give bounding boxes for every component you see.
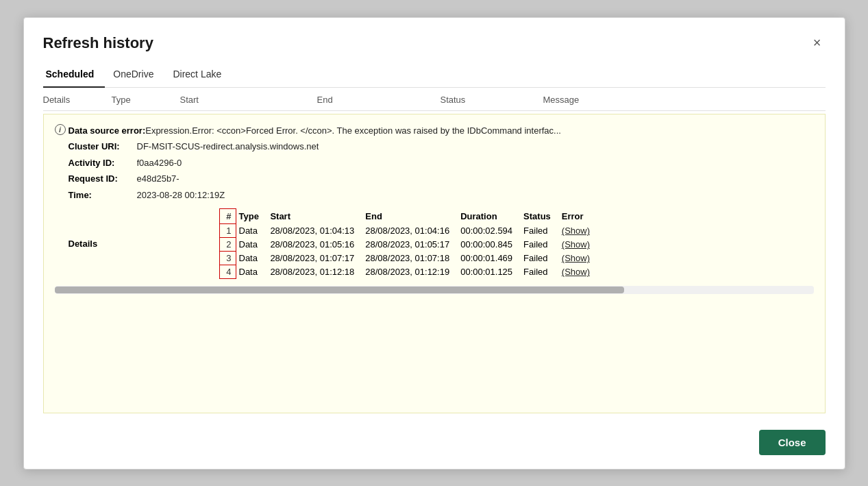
activity-id-row: Activity ID: f0aa4296-0 [55,156,814,170]
row-num: 1 [219,224,236,238]
cluster-uri-value: DF-MSIT-SCUS-redirect.analysis.windows.n… [137,140,319,154]
sub-table-row: 1 Data 28/08/2023, 01:04:13 28/08/2023, … [219,224,598,238]
info-icon: i [55,124,66,135]
data-source-error-label: i Data source error: [55,124,146,138]
data-source-error-row: i Data source error: Expression.Error: <… [55,124,814,138]
row-start: 28/08/2023, 01:07:17 [267,252,362,265]
row-end: 28/08/2023, 01:05:17 [362,238,458,252]
row-status: Failed [521,224,559,238]
data-source-error-value: Expression.Error: <ccon>Forced Error. </… [145,124,561,138]
tab-bar: Scheduled OneDrive Direct Lake [43,63,826,88]
row-duration: 00:00:01.125 [458,265,521,279]
dialog-footer: Close [43,424,826,455]
row-status: Failed [521,265,559,279]
tab-directlake[interactable]: Direct Lake [170,63,232,88]
error-meta: i Data source error: Expression.Error: <… [55,124,814,202]
row-duration: 00:00:01.469 [458,252,521,265]
row-type: Data [236,265,267,279]
row-error[interactable]: (Show) [559,224,598,238]
cluster-uri-label: Cluster URI: [55,140,137,154]
row-status: Failed [521,252,559,265]
row-error[interactable]: (Show) [559,252,598,265]
col-status: Status [441,95,543,105]
activity-id-label: Activity ID: [55,156,137,170]
sub-table: # Type Start End Duration Status Error 1… [219,208,599,279]
row-error[interactable]: (Show) [559,238,598,252]
row-num: 4 [219,265,236,279]
row-end: 28/08/2023, 01:04:16 [362,224,458,238]
refresh-history-dialog: Refresh history × Scheduled OneDrive Dir… [23,17,845,470]
row-type: Data [236,252,267,265]
request-id-value: e48d25b7- [137,172,179,186]
col-message: Message [543,95,826,105]
sub-col-num: # [219,209,236,224]
details-sub-section: Details # Type Start End Duration Status… [55,208,814,279]
row-type: Data [236,238,267,252]
row-start: 28/08/2023, 01:12:18 [267,265,362,279]
sub-col-end: End [362,209,458,224]
error-panel: i Data source error: Expression.Error: <… [43,114,826,413]
scrollbar[interactable] [55,286,814,294]
col-details: Details [43,95,112,105]
row-duration: 00:00:02.594 [458,224,521,238]
row-num: 2 [219,238,236,252]
row-start: 28/08/2023, 01:04:13 [267,224,362,238]
content-area: Details Type Start End Status Message i … [43,88,826,413]
tab-onedrive[interactable]: OneDrive [110,63,164,88]
sub-col-type: Type [236,209,267,224]
row-num: 3 [219,252,236,265]
row-duration: 00:00:00.845 [458,238,521,252]
row-end: 28/08/2023, 01:12:19 [362,265,458,279]
close-button[interactable]: Close [759,430,826,455]
dialog-header: Refresh history × [43,34,826,52]
row-type: Data [236,224,267,238]
row-status: Failed [521,238,559,252]
sub-table-row: 4 Data 28/08/2023, 01:12:18 28/08/2023, … [219,265,598,279]
col-start: Start [180,95,317,105]
row-error[interactable]: (Show) [559,265,598,279]
tab-scheduled[interactable]: Scheduled [43,63,106,88]
cluster-uri-row: Cluster URI: DF-MSIT-SCUS-redirect.analy… [55,140,814,154]
dialog-title: Refresh history [43,34,153,52]
sub-table-row: 3 Data 28/08/2023, 01:07:17 28/08/2023, … [219,252,598,265]
col-end: End [317,95,441,105]
request-id-row: Request ID: e48d25b7- [55,172,814,186]
dialog-close-icon[interactable]: × [809,34,826,51]
row-end: 28/08/2023, 01:07:18 [362,252,458,265]
sub-table-row: 2 Data 28/08/2023, 01:05:16 28/08/2023, … [219,238,598,252]
activity-id-value: f0aa4296-0 [137,156,182,170]
sub-col-start: Start [267,209,362,224]
sub-col-duration: Duration [458,209,521,224]
sub-col-error: Error [559,209,598,224]
details-label: Details [55,239,137,249]
row-start: 28/08/2023, 01:05:16 [267,238,362,252]
sub-table-header: # Type Start End Duration Status Error [219,209,598,224]
scrollbar-thumb [55,287,624,293]
request-id-label: Request ID: [55,172,137,186]
details-label-row: Details # Type Start End Duration Status… [55,208,814,279]
time-row: Time: 2023-08-28 00:12:19Z [55,189,814,202]
time-label: Time: [55,189,137,202]
table-header-row: Details Type Start End Status Message [43,88,826,111]
col-type: Type [112,95,180,105]
time-value: 2023-08-28 00:12:19Z [137,189,225,202]
sub-col-status: Status [521,209,559,224]
